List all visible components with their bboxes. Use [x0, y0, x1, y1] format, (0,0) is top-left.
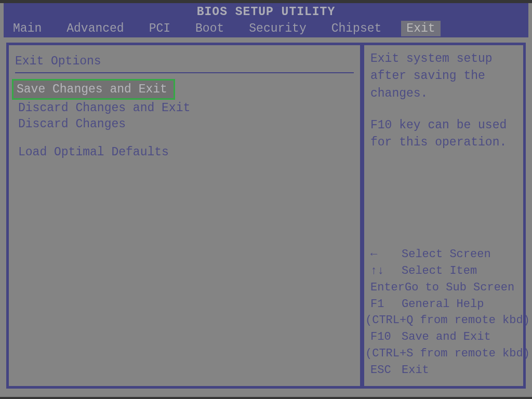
- tab-pci[interactable]: PCI: [144, 21, 176, 36]
- help-block-1: Exit system setup after saving the chang…: [370, 50, 517, 102]
- key-action: Exit: [402, 362, 429, 379]
- key-label: ESC: [364, 362, 402, 379]
- key-legend: ← Select Screen ↑↓ Select Item Enter Go …: [363, 246, 523, 381]
- key-note: (CTRL+Q from remote kbd): [365, 312, 530, 329]
- key-action: Select Item: [402, 263, 477, 280]
- tab-security[interactable]: Security: [244, 21, 311, 36]
- key-action: Select Screen: [402, 246, 491, 263]
- key-row-enter: Enter Go to Sub Screen: [364, 280, 522, 296]
- tab-main[interactable]: Main: [8, 21, 47, 36]
- tab-exit[interactable]: Exit: [401, 21, 440, 36]
- tab-advanced[interactable]: Advanced: [61, 21, 129, 36]
- header-bar: BIOS SETUP UTILITY Main Advanced PCI Boo…: [4, 3, 528, 37]
- key-action: Save and Exit: [402, 329, 491, 345]
- key-action: Go to Sub Screen: [405, 280, 514, 296]
- exit-options-panel: Exit Options Save Changes and Exit Disca…: [8, 44, 361, 387]
- menu-tabs: Main Advanced PCI Boot Security Chipset …: [4, 21, 528, 36]
- key-label: Enter: [364, 280, 405, 296]
- key-row-ctrlq: (CTRL+Q from remote kbd): [364, 312, 522, 329]
- help-line: F10 key can be used: [370, 117, 517, 134]
- section-divider: [15, 72, 354, 73]
- key-row-select-item: ↑↓ Select Item: [364, 263, 522, 280]
- help-panel: Exit system setup after saving the chang…: [363, 44, 524, 387]
- option-save-changes-and-exit[interactable]: Save Changes and Exit: [12, 79, 175, 100]
- key-action: General Help: [402, 296, 484, 313]
- option-list: Save Changes and Exit Discard Changes an…: [15, 81, 354, 160]
- option-discard-changes[interactable]: Discard Changes: [15, 116, 354, 132]
- app-title: BIOS SETUP UTILITY: [4, 3, 528, 19]
- help-line: changes.: [370, 85, 517, 102]
- help-block-2: F10 key can be used for this operation.: [370, 117, 517, 152]
- key-row-f1: F1 General Help: [364, 296, 522, 313]
- key-row-select-screen: ← Select Screen: [364, 246, 522, 263]
- help-line: for this operation.: [370, 134, 517, 151]
- key-row-esc: ESC Exit: [364, 362, 522, 379]
- section-title: Exit Options: [15, 55, 354, 68]
- option-load-optimal-defaults[interactable]: Load Optimal Defaults: [15, 144, 354, 160]
- key-label: F1: [364, 296, 402, 313]
- key-note: (CTRL+S from remote kbd): [365, 345, 530, 362]
- key-row-ctrls: (CTRL+S from remote kbd): [364, 345, 522, 362]
- letterbox-bottom: [0, 397, 532, 399]
- tab-boot[interactable]: Boot: [190, 21, 229, 36]
- option-spacer: [15, 132, 354, 144]
- help-line: after saving the: [370, 68, 517, 85]
- option-discard-changes-and-exit[interactable]: Discard Changes and Exit: [15, 100, 354, 116]
- help-text: Exit system setup after saving the chang…: [370, 50, 517, 166]
- key-label: F10: [364, 329, 402, 345]
- key-row-f10: F10 Save and Exit: [364, 329, 522, 345]
- work-area: Exit Options Save Changes and Exit Disca…: [6, 43, 526, 389]
- help-line: Exit system setup: [370, 50, 517, 68]
- tab-chipset[interactable]: Chipset: [326, 21, 387, 36]
- arrow-left-icon: ←: [364, 246, 402, 263]
- arrow-updown-icon: ↑↓: [364, 263, 402, 280]
